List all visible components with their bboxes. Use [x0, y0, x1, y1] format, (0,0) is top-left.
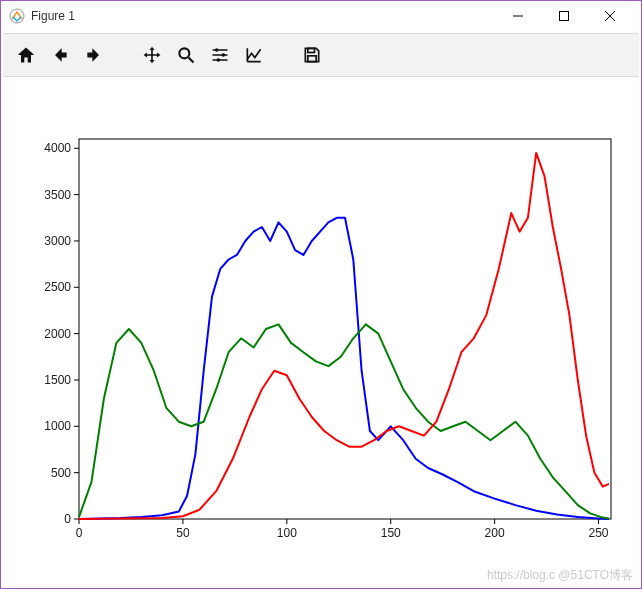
series-red	[79, 153, 609, 519]
svg-text:1000: 1000	[44, 419, 71, 433]
svg-point-3	[215, 48, 219, 52]
svg-point-2	[179, 48, 189, 58]
forward-button[interactable]	[77, 38, 111, 72]
svg-text:50: 50	[176, 526, 190, 540]
series-green	[79, 324, 609, 518]
svg-text:2500: 2500	[44, 280, 71, 294]
figure-window: Figure 1	[0, 0, 642, 589]
svg-text:500: 500	[51, 466, 71, 480]
svg-text:4000: 4000	[44, 141, 71, 155]
save-button[interactable]	[295, 38, 329, 72]
svg-text:3000: 3000	[44, 234, 71, 248]
svg-rect-1	[560, 12, 569, 21]
plot-area[interactable]: 0501001502002500500100015002000250030003…	[1, 79, 641, 588]
svg-text:250: 250	[589, 526, 609, 540]
chart-canvas: 0501001502002500500100015002000250030003…	[1, 79, 641, 589]
svg-point-4	[222, 53, 226, 57]
svg-text:150: 150	[381, 526, 401, 540]
svg-text:0: 0	[76, 526, 83, 540]
series-blue	[79, 218, 609, 519]
configure-subplots-button[interactable]	[203, 38, 237, 72]
window-title: Figure 1	[31, 9, 495, 23]
minimize-button[interactable]	[495, 1, 541, 31]
app-icon	[9, 8, 25, 24]
edit-axes-button[interactable]	[237, 38, 271, 72]
svg-rect-6	[308, 48, 315, 52]
svg-rect-7	[308, 56, 316, 62]
svg-text:2000: 2000	[44, 327, 71, 341]
svg-point-5	[217, 58, 221, 62]
pan-button[interactable]	[135, 38, 169, 72]
watermark: https://blog.c @51CTO博客	[487, 567, 633, 584]
matplotlib-toolbar	[3, 33, 639, 77]
svg-text:100: 100	[277, 526, 297, 540]
close-button[interactable]	[587, 1, 633, 31]
svg-text:0: 0	[64, 512, 71, 526]
zoom-button[interactable]	[169, 38, 203, 72]
svg-text:3500: 3500	[44, 188, 71, 202]
titlebar: Figure 1	[1, 1, 641, 31]
svg-text:1500: 1500	[44, 373, 71, 387]
back-button[interactable]	[43, 38, 77, 72]
home-button[interactable]	[9, 38, 43, 72]
maximize-button[interactable]	[541, 1, 587, 31]
svg-text:200: 200	[485, 526, 505, 540]
